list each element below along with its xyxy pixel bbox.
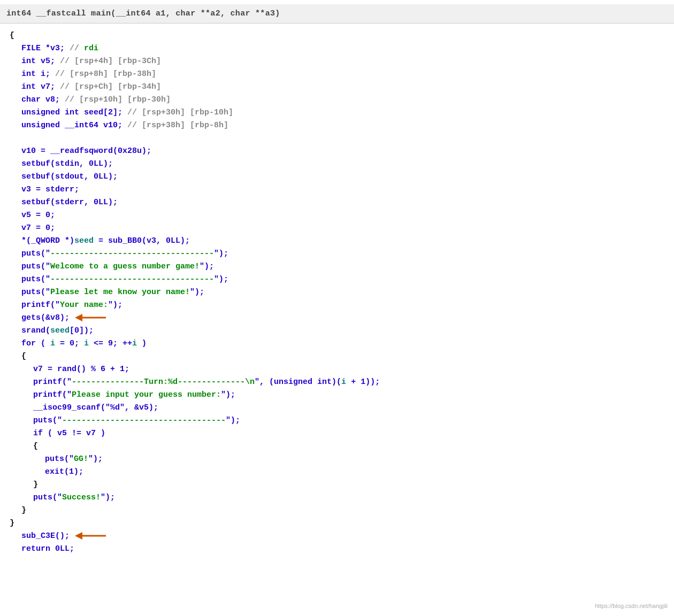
- code-token: <= 9; ++: [89, 339, 132, 348]
- code-token: ");: [88, 455, 103, 464]
- code-token: int v7;: [21, 82, 55, 91]
- code-token: ");: [214, 249, 228, 258]
- code-line: char v8; // [rsp+10h] [rbp-30h]: [10, 93, 664, 106]
- arrow-annotation: [75, 312, 107, 324]
- code-token: GG!: [74, 455, 88, 464]
- code-line: v5 = 0;: [10, 209, 664, 221]
- code-token: setbuf(stdout, 0LL);: [21, 172, 118, 181]
- arrow-annotation: [75, 530, 107, 542]
- code-token: ");: [221, 390, 235, 399]
- code-line: if ( v5 != v7 ): [10, 427, 664, 440]
- code-container: int64 __fastcall main(__int64 a1, char *…: [0, 0, 674, 616]
- code-token: //: [55, 82, 74, 91]
- code-token: char v8;: [21, 95, 60, 104]
- code-token: [rsp+8h] [rbp-38h]: [70, 70, 156, 79]
- code-token: i: [132, 339, 137, 348]
- code-token: //: [60, 95, 79, 104]
- code-token: v5 = 0;: [21, 211, 55, 220]
- code-token: {: [10, 31, 14, 40]
- code-token: ");: [108, 301, 122, 310]
- code-token: printf(": [33, 390, 72, 399]
- code-token: for (: [21, 339, 50, 348]
- code-line: return 0LL;: [10, 542, 664, 555]
- watermark: https://blog.csdn.net/hangjili: [595, 602, 668, 611]
- code-token: Welcome to a guess number game!: [50, 262, 200, 271]
- code-line: printf("Your name:");: [10, 298, 664, 311]
- code-token: FILE *v3;: [21, 44, 65, 53]
- code-token: rdi: [84, 44, 98, 53]
- code-token: ---------------Turn:%d--------------\n: [72, 378, 255, 387]
- code-token: v10 = __readfsqword(0x28u);: [21, 147, 151, 156]
- code-token: [rsp+10h] [rbp-30h]: [79, 95, 171, 104]
- code-token: ");: [200, 262, 214, 271]
- code-token: Please let me know your name!: [50, 288, 190, 297]
- code-line: int v7; // [rsp+Ch] [rbp-34h]: [10, 80, 664, 93]
- code-line: }: [10, 504, 664, 517]
- code-line: FILE *v3; // rdi: [10, 42, 664, 55]
- code-token: if (: [33, 429, 57, 438]
- code-token: !=: [67, 429, 86, 438]
- code-token: Your name:: [60, 301, 108, 310]
- code-line: }: [10, 478, 664, 491]
- code-line: puts("----------------------------------…: [10, 273, 664, 286]
- code-token: + 1));: [346, 378, 380, 387]
- code-token: setbuf(stdin, 0LL);: [21, 159, 113, 168]
- code-token: v5: [57, 429, 67, 438]
- code-line: unsigned __int64 v10; // [rsp+38h] [rbp-…: [10, 119, 664, 132]
- code-token: {: [33, 442, 38, 451]
- code-line: printf("Please input your guess number:"…: [10, 388, 664, 401]
- code-line: v3 = stderr;: [10, 183, 664, 196]
- code-line: v7 = 0;: [10, 221, 664, 234]
- code-line: setbuf(stderr, 0LL);: [10, 196, 664, 209]
- code-token: i: [341, 378, 346, 387]
- code-token: ");: [226, 416, 240, 425]
- code-token: v7 = 0;: [21, 224, 55, 233]
- code-token: puts(": [21, 288, 50, 297]
- code-token: int i;: [21, 70, 50, 79]
- code-token: [rsp+30h] [rbp-10h]: [142, 108, 233, 117]
- code-token: //: [55, 57, 74, 66]
- code-token: gets(&v8);: [21, 313, 70, 322]
- code-line: *(_QWORD *)seed = sub_BB0(v3, 0LL);: [10, 234, 664, 247]
- code-line: printf("---------------Turn:%d----------…: [10, 375, 664, 388]
- code-token: printf(": [33, 378, 72, 387]
- code-token: unsigned __int64 v10;: [21, 121, 122, 130]
- code-token: ----------------------------------: [50, 275, 214, 284]
- code-token: v7 = rand() % 6 + 1;: [33, 365, 129, 374]
- code-token: ", (unsigned int)(: [255, 378, 341, 387]
- arrow-icon: [75, 530, 107, 542]
- code-token: puts(": [45, 455, 74, 464]
- code-line: {: [10, 350, 664, 363]
- code-line: sub_C3E();: [10, 529, 664, 542]
- code-token: [rsp+38h] [rbp-8h]: [142, 121, 228, 130]
- code-line: setbuf(stdin, 0LL);: [10, 157, 664, 170]
- code-line: {: [10, 440, 664, 452]
- code-token: ): [96, 429, 105, 438]
- code-token: i: [84, 339, 89, 348]
- code-token: = sub_BB0(v3, 0LL);: [94, 236, 190, 245]
- code-header: int64 __fastcall main(__int64 a1, char *…: [0, 4, 674, 24]
- code-token: printf(": [21, 301, 60, 310]
- code-line: gets(&v8);: [10, 311, 664, 324]
- code-token: {: [21, 352, 26, 361]
- code-token: *(: [21, 236, 31, 245]
- code-token: seed: [74, 236, 94, 245]
- code-token: v7: [86, 429, 96, 438]
- code-token: ): [137, 339, 147, 348]
- code-token: __isoc99_scanf("%d", &v5);: [33, 403, 158, 412]
- code-token: puts(": [21, 275, 50, 284]
- code-token: //: [65, 44, 84, 53]
- svg-marker-3: [75, 532, 82, 540]
- arrow-icon: [75, 312, 107, 324]
- code-line: int i; // [rsp+8h] [rbp-38h]: [10, 67, 664, 80]
- code-token: puts(": [21, 262, 50, 271]
- code-token: //: [122, 108, 142, 117]
- code-token: ----------------------------------: [62, 416, 226, 425]
- code-token: sub_C3E();: [21, 532, 70, 541]
- code-token: ");: [190, 288, 204, 297]
- code-line: puts("----------------------------------…: [10, 414, 664, 427]
- code-line: }: [10, 517, 664, 529]
- code-token: ");: [214, 275, 228, 284]
- code-token: puts(": [21, 249, 50, 258]
- code-token: }: [10, 519, 14, 528]
